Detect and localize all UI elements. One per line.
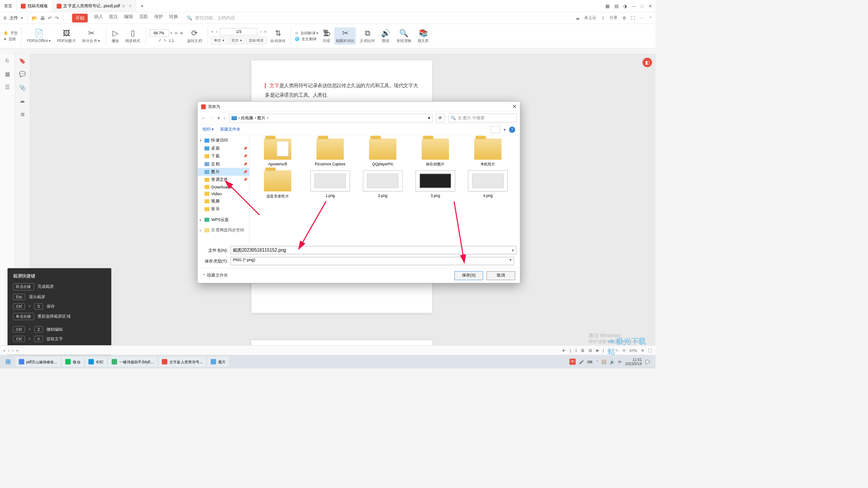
zoom-in-icon[interactable]: ⊕	[180, 31, 183, 35]
word-translate-icon[interactable]: ᯾	[295, 31, 298, 35]
minimize-icon[interactable]: —	[632, 4, 636, 9]
read-mode-button[interactable]: ▯阅读模式	[123, 28, 142, 43]
close-icon[interactable]: ×	[129, 3, 132, 9]
breadcrumb-root[interactable]: 此电脑	[241, 115, 253, 121]
grid-item[interactable]: Picosmos Capture	[306, 139, 355, 167]
select-label[interactable]: 选择	[9, 36, 16, 41]
help-icon[interactable]: ?	[509, 127, 515, 133]
taskbar-item[interactable]: 文字是人类用符号...	[159, 357, 206, 367]
grid-item[interactable]: 4.png	[463, 170, 513, 199]
ribbon-tab-page[interactable]: 页面	[139, 14, 148, 23]
sb-play-icon[interactable]: ▶	[596, 348, 599, 352]
hamburger-icon[interactable]: ≡	[4, 15, 7, 21]
tree-downloads[interactable]: 下载📌	[198, 152, 249, 160]
new-folder-button[interactable]: 新建文件夹	[220, 127, 241, 132]
more-icon[interactable]: ⋯	[640, 15, 644, 20]
tree-downloads-en[interactable]: Downloads	[198, 183, 249, 190]
read-aloud-button[interactable]: 🔊朗读	[379, 28, 392, 43]
maximize-icon[interactable]: □	[641, 4, 644, 9]
print-icon[interactable]: 🖶	[40, 15, 45, 21]
pdf-to-office-button[interactable]: 📄PDF转Office ▾	[25, 28, 53, 43]
zoom-out-icon[interactable]: ⊖	[175, 31, 178, 35]
hide-folders-toggle[interactable]: ⌃隐藏文件夹	[203, 272, 228, 278]
window-close-icon[interactable]: ✕	[648, 4, 652, 9]
doc-compare-button[interactable]: ⧉文档比对	[358, 28, 377, 43]
tray-chevron-icon[interactable]: ˄	[596, 360, 599, 364]
undo-icon[interactable]: ↶	[48, 15, 52, 21]
grid-item[interactable]: 保存的图片	[411, 139, 460, 167]
skin-icon[interactable]: ◑	[623, 4, 627, 9]
redo-icon[interactable]: ↷	[55, 15, 59, 21]
sb-view3-icon[interactable]: ▤	[589, 348, 592, 352]
refresh-button[interactable]: ⟳	[436, 113, 445, 122]
sb-prev-icon[interactable]: ‹	[8, 348, 9, 352]
grid-item[interactable]: 3.png	[411, 170, 460, 199]
tree-pictures[interactable]: 图片📌	[198, 168, 249, 176]
taskbar-item[interactable]: 微信	[62, 357, 84, 367]
tree-wps-cloud[interactable]: ▸WPS云盘	[198, 216, 249, 223]
share-label[interactable]: 分享	[609, 15, 618, 21]
sb-view2-icon[interactable]: ▥	[581, 348, 585, 352]
ime-indicator[interactable]: 中	[570, 359, 576, 365]
ribbon-tab-insert[interactable]: 插入	[94, 14, 103, 23]
grid-item[interactable]: 2.png	[358, 170, 407, 199]
tray-volume-icon[interactable]: 🔊	[610, 360, 615, 364]
sb-first-icon[interactable]: «	[4, 348, 6, 352]
autoscroll-button[interactable]: ⇅自动滚动	[269, 28, 288, 43]
ribbon-tab-edit[interactable]: 编辑	[124, 14, 133, 23]
layers-icon[interactable]: ☰	[5, 84, 10, 90]
system-tray[interactable]: 中 🎤 ⌨ ˄ 🪟 🔊 中 11:51 2023/5/18 💬	[570, 357, 654, 366]
stack-icon[interactable]: ≣	[20, 111, 25, 117]
full-translate-label[interactable]: 全文翻译	[302, 36, 316, 41]
play-button[interactable]: ▷播放	[109, 28, 121, 43]
open-icon[interactable]: 📂	[32, 15, 38, 21]
last-page-icon[interactable]: »	[264, 30, 267, 34]
grid-item[interactable]: 1.png	[306, 170, 355, 199]
single-page-button[interactable]: 单页 ▾	[212, 37, 227, 44]
full-translate-icon[interactable]: 🌐	[295, 37, 300, 41]
save-button[interactable]: 保存(S)	[454, 271, 483, 280]
tab-document[interactable]: 文字是人类用符号记...pted).pdf ⟳ ×	[52, 0, 136, 12]
gear-icon[interactable]: ⚙	[623, 15, 626, 20]
grid-icon[interactable]: ▦	[605, 4, 609, 9]
next-page-icon[interactable]: ›	[260, 30, 262, 34]
search-placeholder[interactable]: 查找功能、文档内容	[195, 15, 235, 21]
nav-back-icon[interactable]: ←	[201, 115, 206, 121]
tree-more[interactable]: ▸百度网盘同步空间	[198, 226, 249, 234]
select-icon[interactable]: ➤	[4, 37, 7, 41]
tray-mic-icon[interactable]: 🎤	[579, 360, 584, 364]
dialog-close-icon[interactable]: ✕	[512, 103, 517, 110]
filename-input[interactable]	[231, 246, 517, 254]
tree-quick-access[interactable]: ▾快速访问	[198, 136, 249, 144]
tree-documents[interactable]: 文档📌	[198, 160, 249, 168]
screenshot-compare-button[interactable]: ✂截图和对比	[335, 27, 356, 45]
folder-tree[interactable]: ▾快速访问 桌面📌 下载📌 文档📌 图片📌 资源文件📌 Downloads Vi…	[198, 135, 250, 243]
tree-resources[interactable]: 资源文件📌	[198, 176, 249, 183]
view-mode-button[interactable]	[491, 126, 500, 133]
breadcrumb[interactable]: › 此电脑 › 图片 › ▾	[229, 113, 433, 122]
rotate-button[interactable]: ⟳旋转文档	[185, 28, 204, 43]
attachment-icon[interactable]: 📎	[19, 84, 26, 91]
taskbar-item[interactable]: 一键排版助手(MyE...	[108, 357, 157, 367]
double-page-button[interactable]: 双页 ▾	[229, 37, 244, 44]
share-icon[interactable]: ⇪	[601, 15, 605, 20]
bookmark-icon[interactable]: 🔖	[19, 58, 26, 64]
tray-keyboard-icon[interactable]: ⌨	[587, 360, 593, 364]
nav-forward-icon[interactable]: →	[209, 115, 214, 121]
sb-last-icon[interactable]: »	[16, 348, 19, 352]
dialog-search-input[interactable]: 🔍 在 图片 中搜索	[448, 113, 517, 122]
filetype-select[interactable]: PNG (*.png)▾	[231, 257, 514, 265]
apps-icon[interactable]: ▤	[614, 4, 618, 9]
nav-dropdown-icon[interactable]: ▾	[217, 115, 220, 121]
cloud-rail-icon[interactable]: ☁	[19, 98, 25, 104]
grid-item[interactable]: 逍遥安卓照片	[253, 170, 302, 199]
hand-icon[interactable]: ✋	[4, 31, 9, 35]
pdf-to-image-button[interactable]: 🖼PDF转图片	[55, 28, 78, 43]
tree-video-cn[interactable]: 视频	[198, 197, 249, 205]
tree-video-en[interactable]: Video	[198, 190, 249, 197]
prev-page-icon[interactable]: ‹	[216, 30, 217, 34]
tab-sync-icon[interactable]: ⟳	[122, 4, 126, 9]
taskbar-item[interactable]: 钉钉	[85, 357, 107, 367]
ribbon-tab-start[interactable]: 开始	[72, 14, 88, 23]
taskbar-item[interactable]: pdf怎么编辑修改...	[15, 357, 61, 367]
